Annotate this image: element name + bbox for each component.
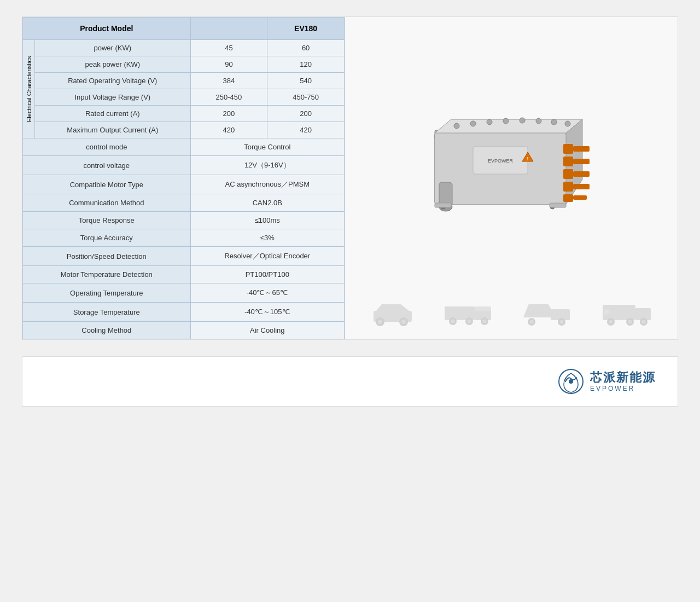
brand-chinese-name: 芯派新能源 [590,371,656,385]
row-value-1: 384 [190,73,267,89]
product-model-header: Product Model [23,18,191,40]
row-label: power (KW) [35,40,191,56]
svg-point-9 [520,118,525,123]
table-row: Storage Temperature-40℃～105℃ [23,303,345,322]
table-row: Position/Speed DetectionResolver／Optical… [23,247,345,266]
table-row: Maximum Output Current (A)420420 [23,122,345,138]
ev180-header-col2: EV180 [267,18,345,40]
svg-point-47 [482,320,486,323]
svg-marker-34 [376,304,409,311]
table-row: Cooling MethodAir Cooling [23,322,345,339]
table-row: Input Voltage Range (V)250-450450-750 [23,89,345,106]
svg-point-7 [487,119,492,125]
row-value: PT100/PT100 [190,266,344,283]
row-label: Motor Temperature Detection [23,266,191,283]
row-value: -40℃～105℃ [190,303,344,322]
garbage-truck-icon [600,298,655,328]
svg-point-6 [470,121,476,126]
table-row: Operating Temperature-40℃～65℃ [23,283,345,303]
svg-rect-18 [563,157,573,166]
svg-point-45 [467,320,471,323]
svg-rect-21 [563,194,573,202]
table-row: peak power (KW)90120 [23,56,345,73]
row-value: Air Cooling [190,322,344,339]
svg-rect-32 [550,203,566,207]
row-label: Operating Temperature [23,283,191,303]
table-row: control modeTorque Control [23,138,345,156]
row-value: 12V（9-16V） [190,156,344,175]
row-label: peak power (KW) [35,56,191,73]
table-row: Compatible Motor TypeAC asynchronous／PMS… [23,175,345,194]
row-value: Resolver／Optical Encoder [190,247,344,266]
row-value-1: 420 [190,122,267,138]
svg-rect-25 [573,184,590,189]
row-label: Maximum Output Current (A) [35,122,191,138]
row-value-2: 200 [267,106,345,122]
brand-text-block: 芯派新能源 EVPOWER [590,371,656,393]
table-row: Motor Temperature DetectionPT100/PT100 [23,266,345,283]
table-row: Rated current (A)200200 [23,106,345,122]
specs-section: Product Model EV180 Electrical Character… [22,17,345,339]
row-label: Position/Speed Detection [23,247,191,266]
truck-icon [442,298,497,328]
svg-point-12 [565,121,570,126]
svg-point-64 [569,379,573,384]
svg-point-43 [451,320,454,323]
row-label: Communication Method [23,194,191,212]
svg-point-53 [560,320,564,324]
svg-rect-31 [435,203,451,207]
row-value-2: 120 [267,56,345,73]
table-row: control voltage12V（9-16V） [23,156,345,175]
row-value: CAN2.0B [190,194,344,212]
row-value-1: 200 [190,106,267,122]
brand-icon-svg [557,368,585,395]
svg-rect-22 [573,146,590,152]
row-value-2: 450-750 [267,89,345,106]
table-row: Torque Accuracy≤3% [23,229,345,247]
svg-rect-17 [563,144,573,154]
svg-rect-41 [475,306,491,311]
row-label: Torque Response [23,212,191,229]
row-label: control voltage [23,156,191,175]
row-label: Cooling Method [23,322,191,339]
svg-point-5 [454,123,459,129]
car-icon [368,300,417,327]
svg-rect-26 [573,195,587,200]
row-label: Torque Accuracy [23,229,191,247]
brand-english-name: EVPOWER [590,385,656,392]
row-value-2: 60 [267,40,345,56]
row-label: control mode [23,138,191,156]
row-label: Rated current (A) [35,106,191,122]
product-image: EVPOWER ! [413,100,610,226]
svg-point-59 [628,320,632,324]
row-label: Input Voltage Range (V) [35,89,191,106]
svg-rect-19 [563,169,573,179]
svg-point-38 [401,320,406,324]
svg-rect-23 [573,159,590,164]
row-value-2: 420 [267,122,345,138]
svg-point-10 [536,118,541,124]
table-row: Rated Operating Voltage (V)384540 [23,73,345,89]
row-value-1: 45 [190,40,267,56]
table-row: Communication MethodCAN2.0B [23,194,345,212]
svg-rect-24 [573,171,590,177]
brand-section: 芯派新能源 EVPOWER [22,356,678,407]
product-image-area: EVPOWER ! [356,33,667,293]
row-value-1: 90 [190,56,267,73]
svg-point-11 [551,119,557,125]
svg-point-57 [609,320,612,324]
row-value: -40℃～65℃ [190,283,344,303]
table-row: Electrical Characteristicspower (KW)4560 [23,40,345,56]
row-value-2: 540 [267,73,345,89]
electrical-characteristics-label: Electrical Characteristics [23,40,35,138]
row-label: Rated Operating Voltage (V) [35,73,191,89]
row-label: Compatible Motor Type [23,175,191,194]
row-value: ≤100ms [190,212,344,229]
svg-point-8 [503,118,509,124]
ev180-header-col1 [190,18,267,40]
svg-point-62 [604,309,609,315]
row-value: ≤3% [190,229,344,247]
svg-point-36 [378,320,382,324]
table-header-row: Product Model EV180 [23,18,345,40]
vehicles-row [356,293,667,328]
